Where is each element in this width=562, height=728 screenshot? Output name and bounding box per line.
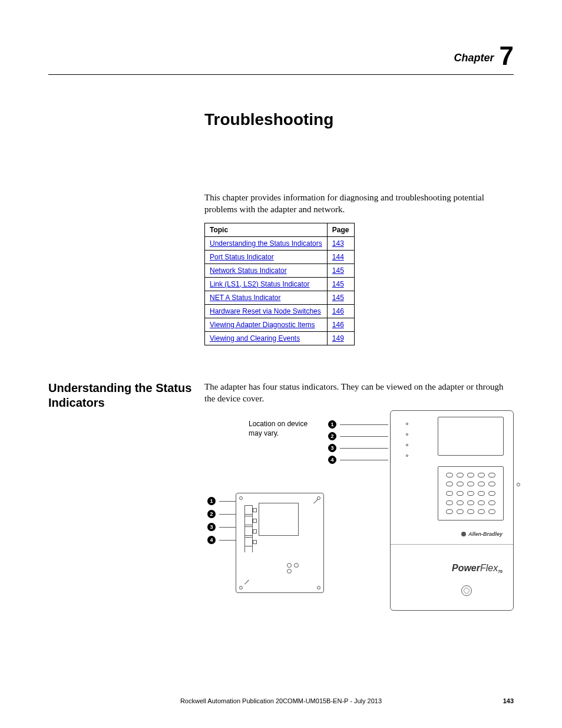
topic-link[interactable]: NET A Status Indicator xyxy=(205,291,328,304)
leader-line-icon xyxy=(340,448,388,449)
callouts-large: 1 2 3 4 xyxy=(328,419,388,466)
screw-hole-icon xyxy=(239,586,243,589)
leader-line-icon xyxy=(340,436,388,437)
adapter-module-icon xyxy=(236,493,324,593)
section-row: Understanding the Status Indicators The … xyxy=(48,381,514,623)
topic-link[interactable]: Understanding the Status Indicators xyxy=(205,236,328,250)
brand-label: Allen-Bradley xyxy=(461,531,503,537)
location-note-line1: Location on device xyxy=(249,420,308,428)
display-screen-icon xyxy=(438,417,504,456)
publication-label: Rockwell Automation Publication 20COMM-U… xyxy=(48,697,514,704)
page-link[interactable]: 143 xyxy=(327,236,354,250)
table-row: NET A Status Indicator 145 xyxy=(205,291,355,304)
th-topic: Topic xyxy=(205,223,328,236)
product-sub: 70 xyxy=(498,569,503,574)
screw-hole-icon xyxy=(317,586,320,589)
page-number: 143 xyxy=(503,697,514,704)
page-footer: Rockwell Automation Publication 20COMM-U… xyxy=(48,697,514,704)
topic-link[interactable]: Network Status Indicator xyxy=(205,263,328,277)
table-row: Viewing Adapter Diagnostic Items 146 xyxy=(205,318,355,331)
page-link[interactable]: 146 xyxy=(327,304,354,318)
intro-paragraph: This chapter provides information for di… xyxy=(204,192,514,216)
chapter-header: Chapter 7 xyxy=(48,41,514,75)
callout-3-icon: 3 xyxy=(328,444,336,452)
table-row: Network Status Indicator 145 xyxy=(205,263,355,277)
led-icon xyxy=(406,444,408,446)
callout-2-icon: 2 xyxy=(207,510,216,518)
led-column-icon xyxy=(406,423,408,465)
page-link[interactable]: 145 xyxy=(327,277,354,291)
page-title: Troubleshooting xyxy=(204,110,514,129)
page-link[interactable]: 145 xyxy=(327,291,354,304)
table-row: Port Status Indicator 144 xyxy=(205,250,355,263)
callout-1-icon: 1 xyxy=(328,420,336,429)
side-indicator-icon xyxy=(517,483,520,486)
topics-table: Topic Page Understanding the Status Indi… xyxy=(204,223,355,345)
screw-hole-icon xyxy=(317,496,320,500)
location-note: Location on device may vary. xyxy=(249,420,308,438)
divider-icon xyxy=(391,544,513,545)
leader-line-icon xyxy=(340,424,388,425)
keypad-icon xyxy=(438,466,504,521)
leader-line-icon xyxy=(219,527,236,528)
location-note-line2: may vary. xyxy=(249,429,279,437)
product-logo: PowerFlex70 xyxy=(452,563,503,574)
leader-line-icon xyxy=(219,501,236,502)
leader-line-icon xyxy=(219,540,236,541)
knob-icon xyxy=(461,585,472,596)
product-strong: Power xyxy=(452,563,480,573)
topic-link[interactable]: Port Status Indicator xyxy=(205,250,328,263)
port-column-icon xyxy=(244,505,253,552)
topic-link[interactable]: Viewing Adapter Diagnostic Items xyxy=(205,318,328,331)
section-text: The adapter has four status indicators. … xyxy=(204,381,514,405)
screw-hole-icon xyxy=(239,496,243,500)
callout-4-icon: 4 xyxy=(328,456,336,464)
callout-2-icon: 2 xyxy=(328,432,336,440)
table-row: Understanding the Status Indicators 143 xyxy=(205,236,355,250)
callout-3-icon: 3 xyxy=(207,523,216,531)
small-screen-icon xyxy=(259,503,299,536)
topic-link[interactable]: Link (LS1, LS2) Status Indicator xyxy=(205,277,328,291)
status-indicator-diagram: Location on device may vary. 1 2 3 4 xyxy=(48,410,514,622)
page-link[interactable]: 146 xyxy=(327,318,354,331)
table-row: Viewing and Clearing Events 149 xyxy=(205,331,355,345)
page-link[interactable]: 144 xyxy=(327,250,354,263)
table-row: Link (LS1, LS2) Status Indicator 145 xyxy=(205,277,355,291)
led-icon xyxy=(406,433,408,436)
callout-1-icon: 1 xyxy=(207,497,216,505)
th-page: Page xyxy=(327,223,354,236)
leader-line-icon xyxy=(219,514,236,515)
powerflex-device-icon: Allen-Bradley PowerFlex70 xyxy=(390,410,514,611)
callout-4-icon: 4 xyxy=(207,536,216,544)
chapter-label: Chapter xyxy=(454,52,494,64)
page-link[interactable]: 145 xyxy=(327,263,354,277)
page-link[interactable]: 149 xyxy=(327,331,354,345)
table-row: Hardware Reset via Node Switches 146 xyxy=(205,304,355,318)
chapter-number: 7 xyxy=(500,41,514,70)
topic-link[interactable]: Hardware Reset via Node Switches xyxy=(205,304,328,318)
product-light: Flex xyxy=(480,563,498,573)
callouts-small: 1 2 3 4 xyxy=(207,495,236,546)
led-icon xyxy=(406,423,408,425)
topic-link[interactable]: Viewing and Clearing Events xyxy=(205,331,328,345)
leader-line-icon xyxy=(340,460,388,460)
led-icon xyxy=(406,454,408,457)
section-body: The adapter has four status indicators. … xyxy=(204,381,514,623)
switch-dials-icon xyxy=(287,563,299,575)
